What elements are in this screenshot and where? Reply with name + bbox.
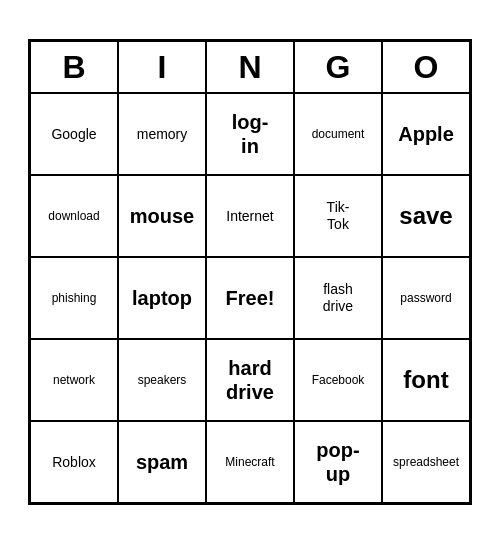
cell-text: flashdrive <box>323 281 353 315</box>
cell-text: Facebook <box>312 373 365 387</box>
cell-text: laptop <box>132 286 192 310</box>
cell-text: save <box>399 202 452 231</box>
cell-text: speakers <box>138 373 187 387</box>
cell-text: log-in <box>232 110 269 158</box>
bingo-row: phishinglaptopFree!flashdrivepassword <box>30 257 470 339</box>
cell-text: phishing <box>52 291 97 305</box>
bingo-cell: Roblox <box>30 421 118 503</box>
bingo-cell: log-in <box>206 93 294 175</box>
bingo-cell: pop-up <box>294 421 382 503</box>
cell-text: document <box>312 127 365 141</box>
bingo-cell: download <box>30 175 118 257</box>
header-cell: I <box>118 41 206 93</box>
bingo-cell: speakers <box>118 339 206 421</box>
bingo-cell: harddrive <box>206 339 294 421</box>
bingo-cell: laptop <box>118 257 206 339</box>
bingo-cell: document <box>294 93 382 175</box>
bingo-cell: font <box>382 339 470 421</box>
bingo-cell: mouse <box>118 175 206 257</box>
cell-text: Tik-Tok <box>327 199 350 233</box>
cell-text: download <box>48 209 99 223</box>
bingo-row: networkspeakersharddriveFacebookfont <box>30 339 470 421</box>
bingo-grid: Googlememorylog-indocumentAppledownloadm… <box>30 93 470 503</box>
cell-text: font <box>403 366 448 395</box>
bingo-cell: Google <box>30 93 118 175</box>
cell-text: Minecraft <box>225 455 274 469</box>
bingo-card: BINGO Googlememorylog-indocumentAppledow… <box>28 39 472 505</box>
cell-text: spam <box>136 450 188 474</box>
bingo-cell: memory <box>118 93 206 175</box>
cell-text: mouse <box>130 204 194 228</box>
bingo-cell: Minecraft <box>206 421 294 503</box>
header-cell: B <box>30 41 118 93</box>
cell-text: memory <box>137 126 188 143</box>
bingo-cell: Facebook <box>294 339 382 421</box>
bingo-row: Googlememorylog-indocumentApple <box>30 93 470 175</box>
bingo-cell: Internet <box>206 175 294 257</box>
bingo-row: downloadmouseInternetTik-Toksave <box>30 175 470 257</box>
cell-text: spreadsheet <box>393 455 459 469</box>
bingo-cell: network <box>30 339 118 421</box>
bingo-cell: Tik-Tok <box>294 175 382 257</box>
bingo-cell: phishing <box>30 257 118 339</box>
header-cell: G <box>294 41 382 93</box>
cell-text: Google <box>51 126 96 143</box>
cell-text: Apple <box>398 122 454 146</box>
cell-text: Roblox <box>52 454 96 471</box>
bingo-cell: flashdrive <box>294 257 382 339</box>
header-cell: N <box>206 41 294 93</box>
header-cell: O <box>382 41 470 93</box>
cell-text: Free! <box>226 286 275 310</box>
cell-text: Internet <box>226 208 273 225</box>
bingo-cell: Apple <box>382 93 470 175</box>
cell-text: harddrive <box>226 356 274 404</box>
bingo-cell: spreadsheet <box>382 421 470 503</box>
bingo-cell: save <box>382 175 470 257</box>
cell-text: password <box>400 291 451 305</box>
cell-text: pop-up <box>316 438 359 486</box>
bingo-cell: spam <box>118 421 206 503</box>
bingo-header: BINGO <box>30 41 470 93</box>
bingo-row: RobloxspamMinecraftpop-upspreadsheet <box>30 421 470 503</box>
bingo-cell: password <box>382 257 470 339</box>
bingo-cell: Free! <box>206 257 294 339</box>
cell-text: network <box>53 373 95 387</box>
